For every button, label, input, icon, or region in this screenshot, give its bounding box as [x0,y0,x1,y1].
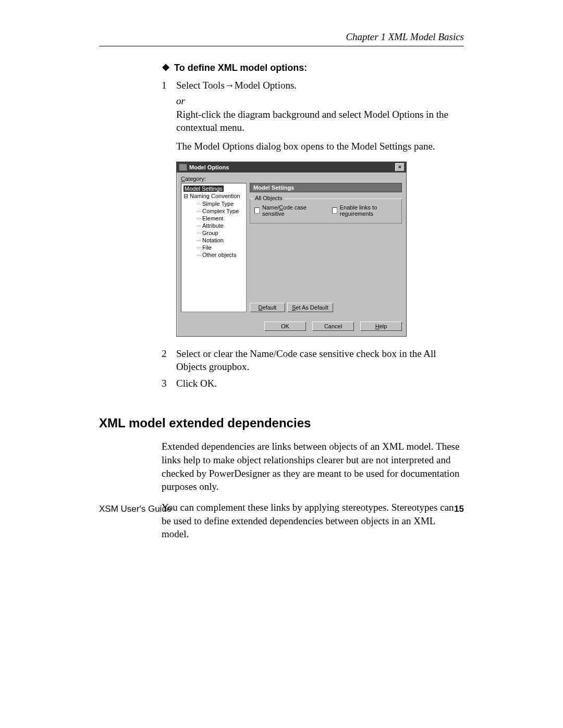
checkbox-icon [254,207,260,214]
pane-header: Model Settings [250,183,402,192]
diamond-icon: ❖ [162,63,170,73]
tree-attribute[interactable]: Attribute [183,222,244,229]
set-as-default-button[interactable]: Set As Default [287,303,333,312]
step-1-result: The Model Options dialog box opens to th… [176,140,464,153]
section-paragraph: Extended dependencies are links between … [162,440,464,493]
procedure-block: ❖To define XML model options: 1 Select T… [162,62,464,390]
tree-element[interactable]: Element [183,215,244,222]
step-number: 1 [162,79,176,92]
dialog-body: Category: Model Settings Naming Conventi… [177,172,406,316]
step-3: 3 Click OK. [162,377,464,390]
dialog-titlebar: Model Options × [177,162,406,172]
section-heading: XML model extended dependencies [99,416,464,430]
step-text: Select Tools→Model Options. [176,79,464,92]
page: Chapter 1 XML Model Basics ❖To define XM… [0,0,563,728]
groupbox-legend: All Objects [253,195,284,201]
tree-file[interactable]: File [183,244,244,251]
section-body: Extended dependencies are links between … [162,440,464,540]
settings-pane: Model Settings All Objects Name/Code cas… [250,183,402,312]
step-number: 3 [162,377,176,390]
tree-notation[interactable]: Notation [183,237,244,244]
step-1-alt: Right-click the diagram background and s… [176,108,464,134]
checkbox-label: Enable links to requirements [340,204,397,217]
help-button[interactable]: Help [360,322,402,331]
tree-complex-type[interactable]: Complex Type [183,207,244,215]
category-label: Category: [181,176,402,182]
model-options-dialog: Model Options × Category: Model Settings… [176,162,407,337]
all-objects-groupbox: All Objects Name/Code case sensitive Ena… [250,199,402,224]
close-button[interactable]: × [395,163,405,171]
category-tree[interactable]: Model Settings Naming Convention Simple … [181,183,247,312]
or-text: or [176,95,464,107]
cancel-button[interactable]: Cancel [312,322,354,331]
step-number: 2 [162,347,176,374]
tree-group[interactable]: Group [183,229,244,237]
name-code-checkbox[interactable]: Name/Code case sensitive [254,204,316,217]
default-button[interactable]: Default [250,303,285,312]
footer-page-number: 15 [454,504,464,514]
ok-button[interactable]: OK [264,322,306,331]
footer-guide: XSM User's Guide [99,504,172,514]
dialog-screenshot: Model Options × Category: Model Settings… [176,162,464,337]
enable-links-checkbox[interactable]: Enable links to requirements [332,204,397,217]
step-text: Select or clear the Name/Code case sensi… [176,347,464,374]
checkbox-label: Name/Code case sensitive [262,204,316,217]
checkbox-icon [332,207,337,214]
tree-simple-type[interactable]: Simple Type [183,200,244,207]
dialog-icon [179,164,187,171]
dialog-title: Model Options [189,164,229,170]
page-footer: XSM User's Guide 15 [99,504,464,514]
tree-model-settings[interactable]: Model Settings [183,186,224,192]
step-text: Click OK. [176,377,464,390]
tree-other-objects[interactable]: Other objects [183,251,244,258]
chapter-header: Chapter 1 XML Model Basics [99,31,464,46]
tree-naming-convention[interactable]: Naming Convention [183,192,244,200]
procedure-title: ❖To define XML model options: [162,62,464,73]
step-2: 2 Select or clear the Name/Code case sen… [162,347,464,374]
step-1: 1 Select Tools→Model Options. [162,79,464,92]
dialog-footer: OK Cancel Help [177,316,406,336]
procedure-title-text: To define XML model options: [174,63,307,73]
